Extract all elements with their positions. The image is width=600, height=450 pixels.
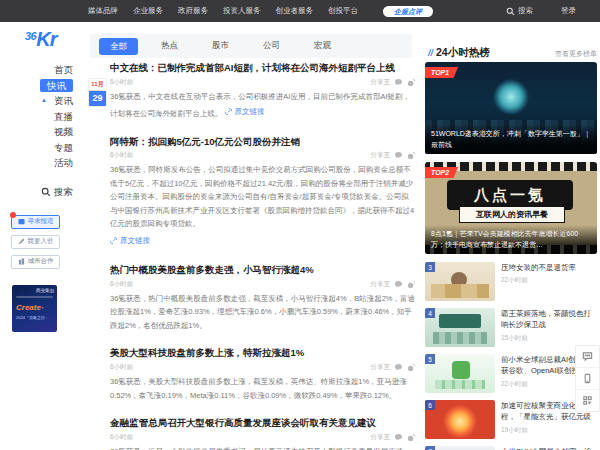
sidebar-item-live[interactable]: 直播 — [0, 109, 86, 125]
thumb-teahouse-storefront: 4 — [425, 308, 495, 347]
city-coop-button[interactable]: 城市合作 — [11, 255, 60, 269]
pencil-icon — [18, 238, 25, 245]
hotlist-top1-card[interactable]: TOP1 51WORLD递表港交所，冲刺「数字孪生第一股」｜最前线 — [425, 62, 597, 154]
feed-item-4: 美股大型科技股盘前多数上涨，特斯拉涨超1% 6小时前 分享至 36氪获悉，美股大… — [110, 347, 416, 402]
hotlist-item-5[interactable]: 5 前小米全球副总裁AI创业，获谷歌、OpenAI联创投资，2个月… 22小时前 — [425, 354, 597, 393]
wechat-share-icon[interactable] — [394, 78, 403, 87]
sidebar-ad-banner[interactable]: 商业策划 Create· 2024「勇敢之行」 — [12, 285, 57, 332]
sidebar-item-news[interactable]: ▲资讯 — [0, 93, 86, 109]
hotlist-item-6[interactable]: 6 加速可控核聚变商业化进程，「星能玄光」获亿元级天使轮… 19小时前 — [425, 400, 597, 439]
wechat-share-icon[interactable] — [394, 363, 403, 372]
link-icon — [225, 108, 233, 116]
feed-item-body: 36氪获悉，阿特斯发布公告，公司拟通过集中竞价交易方式回购公司股份，回购资金总额… — [110, 163, 416, 231]
hotlist-more-link[interactable]: 查看更多榜单 — [555, 49, 597, 59]
wechat-share-icon[interactable] — [394, 280, 403, 289]
share-label: 分享至 — [371, 363, 391, 372]
hotlist-item-time: 19小时前 — [501, 426, 597, 435]
topnav-media-brand[interactable]: 媒体品牌 — [88, 6, 118, 16]
topnav-search-label: 搜索 — [518, 6, 533, 16]
source-link[interactable]: 原文链接 — [110, 236, 150, 246]
slashes-icon: // — [428, 48, 433, 58]
hotlist-item-3[interactable]: 3 压垮女装的不是退货率 22小时前 — [425, 262, 597, 301]
newsflash-feed: 11月 29 中文在线：已制作完成首部AI短剧，计划将在公司海外短剧平台上线 6… — [88, 62, 416, 450]
thumb-fusion-sun: 6 — [425, 400, 495, 439]
feed-item-title[interactable]: 热门中概股美股盘前多数走强，小马智行涨超4% — [110, 264, 416, 277]
topnav-founder[interactable]: 创业者服务 — [276, 6, 314, 16]
weibo-share-icon[interactable] — [407, 280, 416, 289]
feed-item-3: 热门中概股美股盘前多数走强，小马智行涨超4% 6小时前 分享至 36氪获悉，热门… — [110, 264, 416, 332]
sidebar-search[interactable]: 搜索 — [0, 186, 86, 199]
topnav-vc-platform[interactable]: 创投平台 — [328, 6, 358, 16]
hotlist-item-4[interactable]: 4 霸王茶姬落地，茶颜悦色打响长沙保卫战 15小时前 — [425, 308, 597, 347]
feed-item-time: 6小时前 — [110, 151, 133, 160]
feed-item-time: 6小时前 — [110, 433, 133, 442]
qifu-logo-pill[interactable]: 企服点评 — [383, 6, 433, 17]
date-badge: 11月 29 — [88, 78, 107, 107]
feed-item-title[interactable]: 美股大型科技股盘前多数上涨，特斯拉涨超1% — [110, 347, 416, 360]
top2-caption: 8点1氪｜芒果TV会员规模相比去年底增长近600万；快手电商宣布禁止退款不退货… — [425, 225, 597, 254]
feed-item-time: 6小时前 — [110, 280, 133, 289]
wechat-share-icon[interactable] — [394, 433, 403, 442]
building-icon — [18, 258, 25, 265]
weibo-share-icon[interactable] — [407, 363, 416, 372]
hotlist-header: // 24小时热榜 查看更多榜单 — [428, 46, 597, 60]
sidebar-item-events[interactable]: 活动 — [0, 155, 86, 171]
topnav-enterprise[interactable]: 企业服务 — [133, 6, 163, 16]
search-icon — [506, 7, 515, 16]
login-button[interactable]: 登录 — [561, 6, 576, 16]
topnav-investor[interactable]: 投资人服务 — [223, 6, 261, 16]
feed-item-title[interactable]: 中文在线：已制作完成首部AI短剧，计划将在公司海外短剧平台上线 — [110, 62, 416, 75]
share-label: 分享至 — [371, 151, 391, 160]
weibo-share-icon[interactable] — [407, 151, 416, 160]
sidebar-item-topics[interactable]: 专题 — [0, 140, 86, 156]
36kr-logo[interactable]: 36Kr — [25, 29, 56, 49]
hotlist-item-7[interactable]: 7 小米SUV全网最全解密，追踪6个月，超60组渲染图加实拍，军… — [425, 446, 597, 450]
tab-macro[interactable]: 宏观 — [297, 40, 348, 52]
hotlist-item-title: 霸王茶姬落地，茶颜悦色打响长沙保卫战 — [501, 308, 597, 331]
feed-item-2: 阿特斯：拟回购5亿元-10亿元公司股份并注销 6小时前 分享至 36氪获悉，阿特… — [110, 136, 416, 249]
feed-item-1: 中文在线：已制作完成首部AI短剧，计划将在公司海外短剧平台上线 6小时前 分享至… — [110, 62, 416, 121]
wechat-share-icon[interactable] — [394, 151, 403, 160]
hotlist-item-title: 压垮女装的不是退货率 — [501, 262, 597, 273]
join-us-button[interactable]: 我要入驻 — [11, 235, 60, 249]
hotlist-item-title: 小米SUV全网最全解密，追踪6个月，超60组渲染图加实拍，军… — [501, 446, 597, 450]
hotlist-top2-card[interactable]: 八点一氪 互联网人的资讯早餐 TOP2 8点1氪｜芒果TV会员规模相比去年底增长… — [425, 162, 597, 254]
top1-badge: TOP1 — [425, 67, 458, 78]
topnav-government[interactable]: 政府服务 — [178, 6, 208, 16]
sidebar-item-video[interactable]: 视频 — [0, 124, 86, 140]
floating-toolbar — [575, 345, 600, 412]
weibo-share-icon[interactable] — [407, 433, 416, 442]
mobile-app-button[interactable] — [576, 367, 599, 389]
weibo-share-icon[interactable] — [407, 78, 416, 87]
share-label: 分享至 — [371, 433, 391, 442]
tab-company[interactable]: 公司 — [246, 40, 297, 52]
left-sidebar: 首页 快讯 ▲资讯 直播 视频 专题 活动 搜索 寻求报道 我要入驻 城市合作 … — [0, 62, 86, 269]
feed-item-time: 6小时前 — [110, 78, 133, 87]
tab-all[interactable]: 全部 — [99, 38, 138, 55]
feedback-bubble-icon — [582, 351, 593, 362]
feed-item-time: 6小时前 — [110, 363, 133, 372]
qrcode-button[interactable] — [576, 389, 599, 411]
hotlist-item-time: 22小时前 — [501, 276, 597, 285]
seek-report-button[interactable]: 寻求报道 — [11, 215, 60, 229]
feed-item-title[interactable]: 金融监管总局召开大型银行高质量发展座谈会听取有关意见建议 — [110, 417, 416, 430]
link-icon — [110, 237, 118, 245]
page: 媒体品牌 企业服务 政府服务 投资人服务 创业者服务 创投平台 企服点评 搜索 … — [0, 0, 600, 450]
sidebar-item-newsflash[interactable]: 快讯 — [0, 78, 86, 94]
search-icon — [41, 187, 51, 197]
feed-item-body: 36氪获悉，美股大型科技股盘前多数上涨，截至发稿，英伟达、特斯拉涨超1%，亚马逊… — [110, 375, 416, 402]
top2-art-subtitle: 互联网人的资讯早餐 — [459, 206, 565, 223]
hotlist-panel: TOP1 51WORLD递表港交所，冲刺「数字孪生第一股」｜最前线 八点一氪 互… — [425, 62, 597, 450]
source-link[interactable]: 原文链接 — [225, 105, 265, 119]
tab-hot[interactable]: 热点 — [144, 40, 195, 52]
feed-item-title[interactable]: 阿特斯：拟回购5亿元-10亿元公司股份并注销 — [110, 136, 416, 149]
tab-stock[interactable]: 股市 — [195, 40, 246, 52]
notification-dot — [10, 212, 16, 218]
feed-item-body: 36氪获悉，中文在线在互动平台表示，公司积极推进AI应用，目前已制作完成首部AI… — [110, 90, 416, 121]
feedback-button[interactable] — [576, 346, 599, 367]
smartphone-icon — [582, 373, 593, 384]
feed-item-5: 金融监管总局召开大型银行高质量发展座谈会听取有关意见建议 6小时前 分享至 36… — [110, 417, 416, 450]
report-icon — [18, 218, 25, 225]
topnav-search[interactable]: 搜索 — [506, 6, 533, 16]
sidebar-item-home[interactable]: 首页 — [0, 62, 86, 78]
